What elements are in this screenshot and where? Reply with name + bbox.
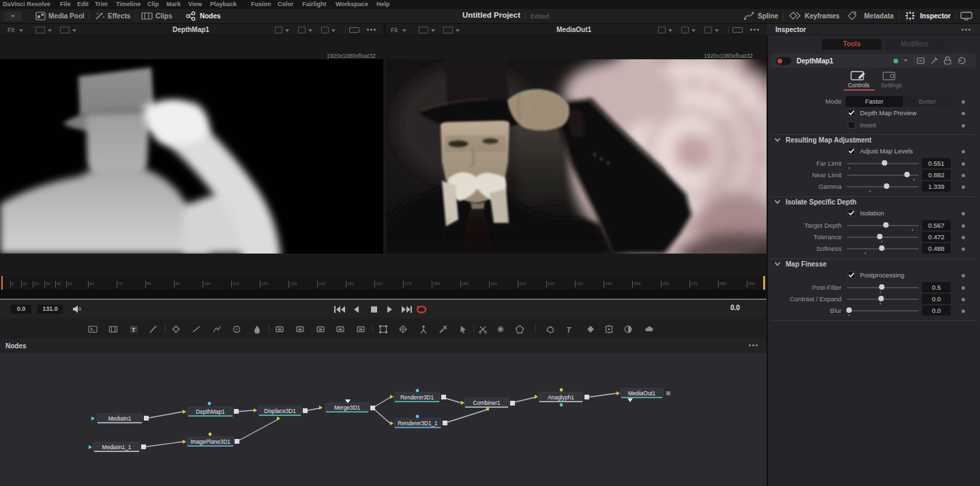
svg-text:MediaOut1: MediaOut1: [628, 391, 655, 397]
svg-text:MediaIn1: MediaIn1: [108, 416, 132, 422]
svg-text:0: 0: [78, 307, 81, 312]
svg-text:Renderer3D1: Renderer3D1: [400, 395, 434, 401]
svg-text:DepthMap1: DepthMap1: [196, 409, 225, 415]
svg-text:Renderer3D1_1: Renderer3D1_1: [398, 421, 438, 427]
svg-text:Combiner1: Combiner1: [473, 400, 500, 406]
svg-text:Anaglyph1: Anaglyph1: [548, 395, 574, 401]
svg-text:T: T: [567, 326, 572, 334]
svg-text:MediaIn1_1: MediaIn1_1: [102, 444, 132, 451]
svg-text:T: T: [132, 326, 136, 333]
svg-text:Displace3D1: Displace3D1: [264, 408, 296, 414]
svg-text:Merge3D1: Merge3D1: [334, 405, 361, 411]
svg-text:ImagePlane3D1: ImagePlane3D1: [190, 439, 231, 445]
